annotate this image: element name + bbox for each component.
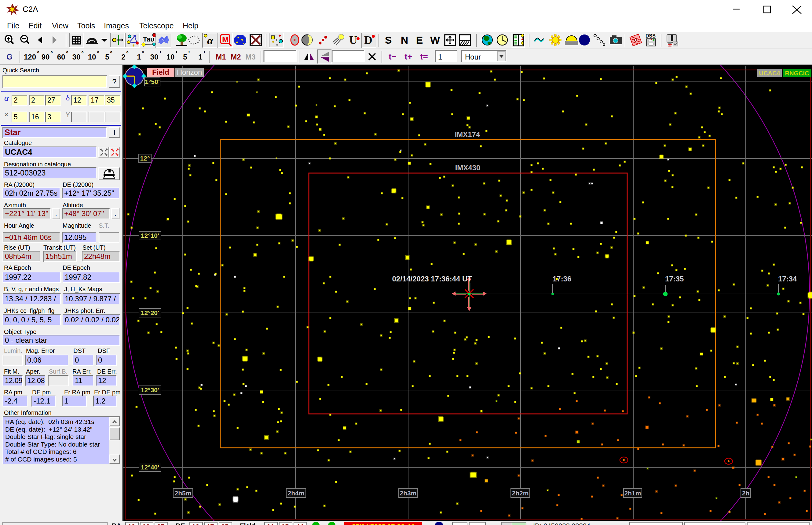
svg-text:10: 10	[88, 53, 96, 61]
svg-text:°: °	[50, 50, 53, 57]
svg-text:S: S	[385, 34, 392, 46]
svg-text:17:35: 17:35	[665, 275, 684, 283]
svg-text:°: °	[37, 50, 40, 57]
svg-text:°: °	[97, 50, 99, 57]
svg-text:°: °	[126, 50, 129, 57]
svg-text:12°: 12°	[140, 155, 150, 162]
svg-text:M2: M2	[231, 53, 241, 61]
svg-text:5: 5	[105, 53, 109, 61]
svg-text:RNGCIC: RNGCIC	[785, 70, 809, 77]
svg-text:12°10': 12°10'	[141, 232, 159, 239]
svg-text:': '	[188, 50, 190, 57]
svg-text:t=: t=	[420, 52, 428, 61]
svg-text:U: U	[349, 34, 358, 46]
svg-text:2: 2	[121, 53, 125, 61]
svg-text:IMX430: IMX430	[455, 164, 480, 172]
svg-text:D: D	[364, 34, 373, 46]
svg-text:60: 60	[57, 53, 66, 61]
svg-text:2h5m: 2h5m	[175, 490, 191, 497]
svg-text:12°40': 12°40'	[141, 464, 159, 471]
svg-text:2h1m: 2h1m	[624, 490, 641, 497]
svg-text:': '	[176, 50, 177, 57]
svg-text:02/14/2023 17:36:44 UT: 02/14/2023 17:36:44 UT	[392, 275, 472, 283]
svg-text:UCAC4: UCAC4	[759, 70, 781, 77]
svg-text:12°30': 12°30'	[141, 387, 159, 393]
svg-text:1: 1	[438, 53, 442, 61]
svg-text:Taυ: Taυ	[143, 35, 154, 43]
svg-text:30: 30	[72, 53, 81, 61]
svg-text:t−: t−	[389, 52, 396, 61]
svg-text:90: 90	[42, 53, 50, 61]
svg-text:G: G	[6, 52, 13, 61]
svg-text:5: 5	[183, 53, 187, 61]
svg-text:t+: t+	[405, 52, 412, 61]
svg-text:M1: M1	[216, 53, 226, 61]
svg-text:N: N	[401, 34, 408, 46]
svg-text:°: °	[142, 50, 144, 57]
svg-text:2h3m: 2h3m	[400, 490, 417, 497]
svg-text:1: 1	[198, 53, 202, 61]
svg-text:Hour: Hour	[465, 53, 481, 61]
svg-text:DSS: DSS	[646, 33, 656, 39]
svg-text:1: 1	[137, 53, 141, 61]
svg-text:Horizon: Horizon	[177, 68, 202, 76]
svg-text:': '	[160, 50, 161, 57]
svg-text:°: °	[66, 50, 69, 57]
svg-text:10: 10	[166, 53, 175, 61]
svg-text:°: °	[110, 50, 113, 57]
svg-text:IMX174: IMX174	[455, 130, 480, 138]
svg-text:Field: Field	[152, 68, 169, 76]
svg-text:17:34: 17:34	[778, 275, 797, 283]
svg-text:1°50': 1°50'	[145, 78, 159, 85]
svg-text:α: α	[207, 34, 214, 47]
svg-text:2h4m: 2h4m	[288, 490, 305, 497]
svg-text:17:36: 17:36	[553, 275, 571, 283]
svg-text:2h: 2h	[742, 490, 750, 497]
svg-text:2h2m: 2h2m	[512, 490, 529, 497]
svg-text:30: 30	[150, 53, 159, 61]
svg-text:': '	[204, 50, 205, 57]
svg-text:°: °	[81, 50, 84, 57]
svg-text:12°20': 12°20'	[141, 309, 159, 316]
svg-text:M3: M3	[245, 53, 256, 61]
svg-text:E: E	[416, 34, 423, 46]
svg-text:M: M	[222, 35, 229, 44]
svg-text:120: 120	[24, 53, 36, 61]
svg-text:W: W	[430, 34, 440, 46]
